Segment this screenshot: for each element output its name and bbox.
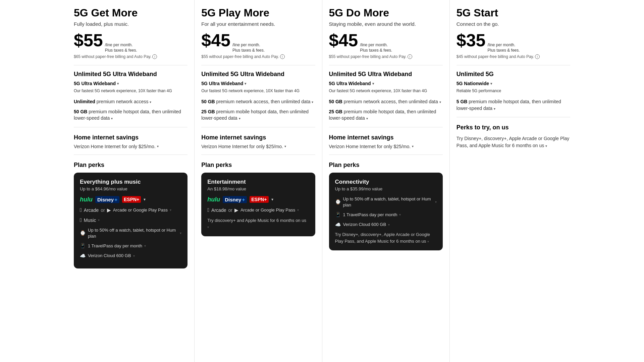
plan-tagline-do-more: Staying mobile, even around the world. <box>329 21 443 27</box>
chevron-home-get-more[interactable]: ▾ <box>157 144 159 148</box>
price-row-play-more: $45 /line per month. Plus taxes & fees. <box>201 32 315 53</box>
network-desc-do-more: Our fastest 5G network experience, 10X f… <box>329 88 443 94</box>
info-icon-get-more[interactable]: i <box>152 54 157 59</box>
home-internet-title-do-more: Home internet savings <box>329 134 443 141</box>
price-detail-start: /line per month. Plus taxes & fees. <box>488 43 520 53</box>
home-internet-title-get-more: Home internet savings <box>74 134 187 141</box>
unlimited-title-do-more: Unlimited 5G Ultra Wideband <box>329 71 443 78</box>
chevron-watch-get-more[interactable]: ▾ <box>180 231 181 236</box>
try-text-do-more: Try Disney+, discovery+, Apple Arcade or… <box>335 231 437 244</box>
network-badge-do-more[interactable]: 5G Ultra Wideband ▾ <box>329 81 374 86</box>
chevron-travel-do-more[interactable]: ▾ <box>399 213 401 217</box>
price-do-more: $45 <box>329 32 358 49</box>
perks-card-do-more: Connectivity Up to a $35.99/mo value ⌚ U… <box>329 173 443 251</box>
plan-get-more: 5G Get More Fully loaded, plus music. $5… <box>67 0 195 362</box>
info-icon-play-more[interactable]: i <box>280 54 285 59</box>
network-desc-play-more: Our fastest 5G network experience, 10X f… <box>201 88 315 94</box>
home-internet-text-do-more: Verizon Home Internet for only $25/mo. ▾ <box>329 144 443 149</box>
watch-icon-get-more: ⌚ <box>80 230 86 237</box>
plan-tagline-get-more: Fully loaded, plus music. <box>74 21 187 27</box>
price-play-more: $45 <box>201 32 230 49</box>
apple-icon-arcade-get-more:  <box>80 207 82 213</box>
hulu-logo-play-more: hulu <box>207 196 220 203</box>
hotspot-get-more: 50 GB premium mobile hotspot data, then … <box>74 109 187 122</box>
price-start: $35 <box>457 32 486 49</box>
perks-to-try-start: Perks to try, on us Try Disney+, discove… <box>457 124 570 149</box>
price-row-start: $35 /line per month. Plus taxes & fees. <box>457 32 570 53</box>
network-access-get-more: Unlimited premium network access ▾ <box>74 99 187 105</box>
chevron-home-do-more[interactable]: ▾ <box>412 144 414 148</box>
price-row-do-more: $45 /line per month. Plus taxes & fees. <box>329 32 443 53</box>
arcade-row-play-more:  Arcade or ▶ Arcade or Google Play Pass… <box>207 207 309 213</box>
price-row-get-more: $55 /line per month. Plus taxes & fees. <box>74 32 187 53</box>
price-without-play-more: $55 without paper-free billing and Auto … <box>201 54 315 59</box>
apple-icon-music-get-more:  <box>80 217 82 223</box>
plan-tagline-start: Connect on the go. <box>457 21 570 27</box>
chevron-access-do-more[interactable]: ▾ <box>439 100 441 104</box>
perks-card-title-do-more: Connectivity <box>335 179 437 185</box>
unlimited-title-get-more: Unlimited 5G Ultra Wideband <box>74 71 187 78</box>
chevron-try-play-more[interactable]: ▾ <box>207 225 209 229</box>
unlimited-title-play-more: Unlimited 5G Ultra Wideband <box>201 71 315 78</box>
price-without-do-more: $55 without paper-free billing and Auto … <box>329 54 443 59</box>
network-badge-start[interactable]: 5G Nationwide ▾ <box>457 81 492 86</box>
chevron-try-do-more[interactable]: ▾ <box>427 240 429 243</box>
unlimited-title-start: Unlimited 5G <box>457 71 570 78</box>
perks-card-get-more: Everything plus music Up to a $64.96/mo … <box>74 173 187 269</box>
network-badge-play-more[interactable]: 5G Ultra Wideband ▾ <box>201 81 246 86</box>
perks-card-value-play-more: An $18.98/mo value <box>207 186 309 191</box>
plan-perks-label-get-more: Plan perks <box>74 162 187 169</box>
chevron-hotspot-do-more[interactable]: ▾ <box>366 117 368 120</box>
chevron-cloud-get-more[interactable]: ▾ <box>133 254 135 258</box>
plan-start: 5G Start Connect on the go. $35 /line pe… <box>450 0 577 362</box>
more-button-get-more[interactable]: ▾ <box>144 197 146 202</box>
chevron-arcade-play-more[interactable]: ▾ <box>297 208 299 212</box>
network-badge-get-more[interactable]: 5G Ultra Wideband ▾ <box>74 81 119 86</box>
apple-icon-arcade-play-more:  <box>207 207 209 213</box>
chevron-cloud-do-more[interactable]: ▾ <box>388 223 390 227</box>
chevron-network-get-more: ▾ <box>117 82 119 85</box>
streaming-logos-play-more: hulu Disney+ ESPN+ ▾ <box>207 196 309 203</box>
hulu-logo: hulu <box>80 196 93 203</box>
plan-tagline-play-more: For all your entertainment needs. <box>201 21 315 27</box>
chevron-hotspot-play-more[interactable]: ▾ <box>239 117 240 120</box>
chevron-hotspot-get-more[interactable]: ▾ <box>111 117 113 120</box>
plan-perks-label-do-more: Plan perks <box>329 162 443 169</box>
chevron-try-start[interactable]: ▾ <box>545 144 547 148</box>
chevron-arcade-get-more[interactable]: ▾ <box>170 208 171 212</box>
chevron-watch-do-more[interactable]: ▾ <box>435 200 437 204</box>
arcade-row-get-more:  Arcade or ▶ Arcade or Google Play Pass… <box>80 207 181 213</box>
music-row-get-more[interactable]:  Music ▾ <box>80 217 181 223</box>
price-detail-do-more: /line per month. Plus taxes & fees. <box>360 43 392 53</box>
cloud-icon-get-more: ☁️ <box>80 253 86 259</box>
info-icon-start[interactable]: i <box>535 54 540 59</box>
price-without-start: $45 without paper-free billing and Auto … <box>457 54 570 59</box>
chevron-network-do-more: ▾ <box>372 82 374 85</box>
perks-card-value-get-more: Up to a $64.96/mo value <box>80 186 181 191</box>
price-detail-play-more: /line per month. Plus taxes & fees. <box>232 43 265 53</box>
home-internet-title-play-more: Home internet savings <box>201 134 315 141</box>
try-text-play-more: Try discovery+ and Apple Music for 6 mon… <box>207 217 309 230</box>
google-play-icon-play-more: ▶ <box>234 207 238 213</box>
chevron-travel-get-more[interactable]: ▾ <box>144 244 146 248</box>
chevron-music-get-more[interactable]: ▾ <box>98 218 100 222</box>
more-button-play-more[interactable]: ▾ <box>271 197 273 202</box>
home-internet-text-play-more: Verizon Home Internet for only $25/mo. ▾ <box>201 144 315 149</box>
info-icon-do-more[interactable]: i <box>408 54 412 59</box>
plan-perks-label-play-more: Plan perks <box>201 162 315 169</box>
travelpass-icon-get-more: 📱 <box>80 243 86 249</box>
price-without-get-more: $65 without paper-free billing and Auto … <box>74 54 187 59</box>
plan-do-more: 5G Do More Staying mobile, even around t… <box>322 0 450 362</box>
plan-play-more: 5G Play More For all your entertainment … <box>195 0 322 362</box>
chevron-home-play-more[interactable]: ▾ <box>284 144 286 148</box>
travelpass-perk-do-more: 📱 1 TravelPass day per month ▾ <box>335 212 437 218</box>
home-internet-text-get-more: Verizon Home Internet for only $25/mo. ▾ <box>74 144 187 149</box>
plan-name-start: 5G Start <box>457 7 570 19</box>
disney-logo: Disney+ <box>95 196 119 203</box>
hotspot-play-more: 25 GB premium mobile hotspot data, then … <box>201 109 315 122</box>
chevron-access-play-more[interactable]: ▾ <box>312 100 313 104</box>
chevron-hotspot-start[interactable]: ▾ <box>494 107 495 111</box>
chevron-network-play-more: ▾ <box>245 82 246 85</box>
price-detail-get-more: /line per month. Plus taxes & fees. <box>105 43 137 53</box>
chevron-access-get-more[interactable]: ▾ <box>150 100 151 104</box>
